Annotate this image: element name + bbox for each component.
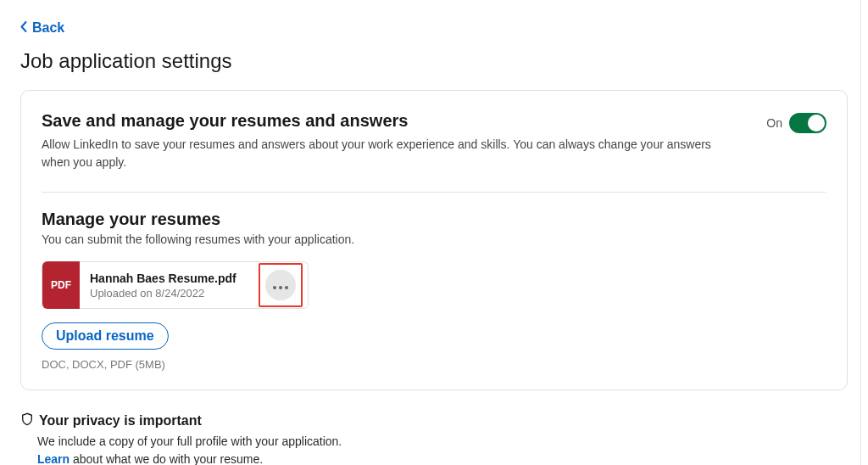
privacy-heading: Your privacy is important: [39, 413, 202, 429]
manage-resumes-section: Manage your resumes You can submit the f…: [42, 193, 826, 371]
privacy-section: Your privacy is important We include a c…: [20, 412, 848, 465]
privacy-line1: We include a copy of your full profile w…: [20, 433, 848, 451]
privacy-line2: Learn about what we do with your resume.: [20, 451, 848, 465]
svg-point-2: [285, 286, 288, 289]
save-manage-description: Allow LinkedIn to save your resumes and …: [42, 136, 737, 171]
page-title: Job application settings: [20, 49, 848, 73]
save-manage-heading: Save and manage your resumes and answers: [42, 111, 737, 131]
svg-point-1: [279, 286, 282, 289]
pdf-badge: PDF: [42, 261, 80, 309]
upload-resume-button[interactable]: Upload resume: [42, 322, 169, 350]
resume-upload-date: Uploaded on 8/24/2022: [90, 287, 236, 300]
resume-info: Hannah Baes Resume.pdf Uploaded on 8/24/…: [80, 272, 250, 300]
toggle-state-label: On: [766, 116, 782, 130]
chevron-left-icon: [20, 20, 27, 36]
upload-hint: DOC, DOCX, PDF (5MB): [42, 358, 826, 371]
manage-resumes-description: You can submit the following resumes wit…: [42, 232, 826, 246]
back-link[interactable]: Back: [20, 20, 64, 36]
learn-link[interactable]: Learn: [37, 452, 70, 465]
more-horizontal-icon: [273, 277, 288, 293]
resume-item: PDF Hannah Baes Resume.pdf Uploaded on 8…: [42, 261, 309, 309]
back-link-label: Back: [32, 20, 64, 36]
svg-point-0: [273, 286, 276, 289]
more-highlight-box: [259, 263, 303, 307]
save-toggle[interactable]: [789, 113, 826, 133]
page-right-border: [860, 0, 861, 465]
toggle-knob: [808, 115, 825, 132]
resume-file-name: Hannah Baes Resume.pdf: [90, 272, 236, 285]
resume-more-button[interactable]: [265, 270, 296, 300]
privacy-line2-rest: about what we do with your resume.: [70, 452, 263, 465]
save-manage-section: Save and manage your resumes and answers…: [42, 111, 826, 193]
manage-resumes-heading: Manage your resumes: [42, 210, 826, 229]
shield-icon: [20, 412, 34, 429]
settings-card: Save and manage your resumes and answers…: [20, 90, 848, 390]
save-toggle-group: On: [766, 113, 826, 133]
